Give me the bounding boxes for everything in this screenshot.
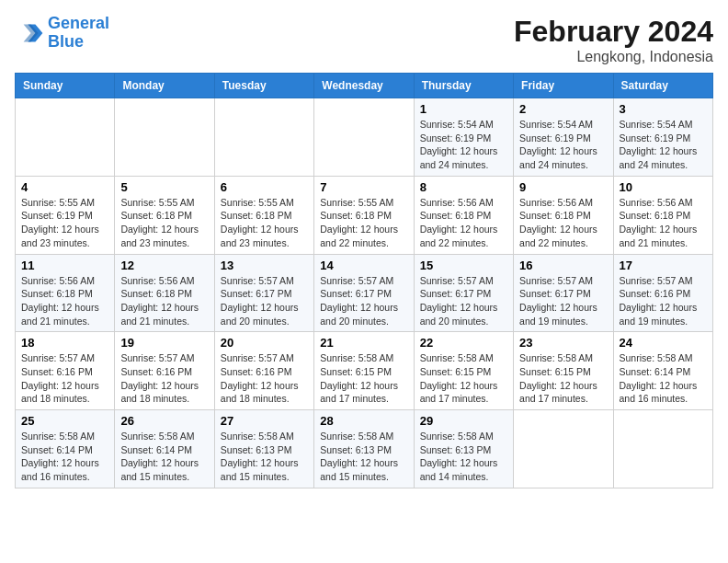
- calendar-cell: 12Sunrise: 5:56 AM Sunset: 6:18 PM Dayli…: [115, 254, 214, 332]
- day-info: Sunrise: 5:55 AM Sunset: 6:18 PM Dayligh…: [320, 196, 407, 250]
- day-number: 26: [120, 414, 208, 428]
- day-number: 14: [320, 259, 407, 272]
- calendar-cell: 28Sunrise: 5:58 AM Sunset: 6:13 PM Dayli…: [314, 410, 414, 488]
- day-number: 17: [620, 259, 707, 272]
- calendar-week-row: 11Sunrise: 5:56 AM Sunset: 6:18 PM Dayli…: [16, 254, 713, 332]
- calendar-cell: 4Sunrise: 5:55 AM Sunset: 6:19 PM Daylig…: [16, 176, 115, 254]
- day-info: Sunrise: 5:55 AM Sunset: 6:18 PM Dayligh…: [221, 196, 308, 250]
- calendar-cell: 6Sunrise: 5:55 AM Sunset: 6:18 PM Daylig…: [214, 176, 313, 254]
- day-number: 20: [221, 336, 308, 350]
- day-info: Sunrise: 5:58 AM Sunset: 6:13 PM Dayligh…: [320, 430, 407, 484]
- day-info: Sunrise: 5:57 AM Sunset: 6:17 PM Dayligh…: [519, 274, 607, 328]
- day-info: Sunrise: 5:56 AM Sunset: 6:18 PM Dayligh…: [120, 274, 208, 328]
- page-header: General Blue February 2024 Lengkong, Ind…: [15, 15, 713, 65]
- calendar-cell: 29Sunrise: 5:58 AM Sunset: 6:13 PM Dayli…: [414, 410, 513, 488]
- day-info: Sunrise: 5:57 AM Sunset: 6:17 PM Dayligh…: [221, 274, 308, 328]
- day-number: 22: [420, 336, 507, 350]
- day-number: 28: [320, 414, 407, 428]
- calendar-week-row: 4Sunrise: 5:55 AM Sunset: 6:19 PM Daylig…: [16, 176, 713, 254]
- calendar-cell: 11Sunrise: 5:56 AM Sunset: 6:18 PM Dayli…: [16, 254, 115, 332]
- calendar-cell: 17Sunrise: 5:57 AM Sunset: 6:16 PM Dayli…: [613, 254, 712, 332]
- calendar-cell: [314, 98, 414, 177]
- calendar-cell: [613, 410, 712, 488]
- calendar-cell: 15Sunrise: 5:57 AM Sunset: 6:17 PM Dayli…: [414, 254, 513, 332]
- day-number: 23: [519, 336, 607, 350]
- day-number: 11: [21, 259, 108, 272]
- weekday-header: Saturday: [613, 74, 712, 98]
- calendar-week-row: 18Sunrise: 5:57 AM Sunset: 6:16 PM Dayli…: [16, 332, 713, 410]
- calendar-cell: 13Sunrise: 5:57 AM Sunset: 6:17 PM Dayli…: [214, 254, 313, 332]
- day-info: Sunrise: 5:58 AM Sunset: 6:15 PM Dayligh…: [519, 351, 607, 406]
- calendar-cell: [214, 98, 313, 177]
- day-info: Sunrise: 5:58 AM Sunset: 6:15 PM Dayligh…: [420, 351, 507, 406]
- calendar-week-row: 25Sunrise: 5:58 AM Sunset: 6:14 PM Dayli…: [16, 410, 713, 488]
- weekday-header: Wednesday: [314, 74, 414, 98]
- day-info: Sunrise: 5:58 AM Sunset: 6:15 PM Dayligh…: [320, 351, 407, 406]
- calendar-cell: 25Sunrise: 5:58 AM Sunset: 6:14 PM Dayli…: [16, 410, 115, 488]
- calendar-cell: 5Sunrise: 5:55 AM Sunset: 6:18 PM Daylig…: [115, 176, 214, 254]
- day-number: 10: [620, 180, 707, 194]
- day-info: Sunrise: 5:58 AM Sunset: 6:13 PM Dayligh…: [221, 430, 308, 484]
- main-title: February 2024: [514, 15, 713, 49]
- calendar-cell: 8Sunrise: 5:56 AM Sunset: 6:18 PM Daylig…: [414, 176, 513, 254]
- day-info: Sunrise: 5:56 AM Sunset: 6:18 PM Dayligh…: [620, 196, 707, 250]
- logo-icon: [15, 18, 44, 48]
- day-number: 15: [420, 259, 507, 272]
- calendar-cell: 7Sunrise: 5:55 AM Sunset: 6:18 PM Daylig…: [314, 176, 414, 254]
- calendar-cell: 3Sunrise: 5:54 AM Sunset: 6:19 PM Daylig…: [613, 98, 712, 177]
- day-info: Sunrise: 5:55 AM Sunset: 6:19 PM Dayligh…: [21, 196, 108, 250]
- calendar-cell: 16Sunrise: 5:57 AM Sunset: 6:17 PM Dayli…: [514, 254, 613, 332]
- calendar-cell: 9Sunrise: 5:56 AM Sunset: 6:18 PM Daylig…: [514, 176, 613, 254]
- day-info: Sunrise: 5:57 AM Sunset: 6:16 PM Dayligh…: [21, 351, 108, 406]
- day-number: 3: [620, 102, 707, 116]
- calendar-cell: 27Sunrise: 5:58 AM Sunset: 6:13 PM Dayli…: [214, 410, 313, 488]
- calendar-cell: 14Sunrise: 5:57 AM Sunset: 6:17 PM Dayli…: [314, 254, 414, 332]
- weekday-header: Monday: [115, 74, 214, 98]
- calendar-table: SundayMondayTuesdayWednesdayThursdayFrid…: [15, 73, 713, 488]
- day-info: Sunrise: 5:56 AM Sunset: 6:18 PM Dayligh…: [519, 196, 607, 250]
- day-number: 4: [21, 180, 108, 194]
- day-info: Sunrise: 5:58 AM Sunset: 6:14 PM Dayligh…: [620, 351, 707, 406]
- title-block: February 2024 Lengkong, Indonesia: [514, 15, 713, 65]
- day-info: Sunrise: 5:58 AM Sunset: 6:13 PM Dayligh…: [420, 430, 507, 484]
- day-info: Sunrise: 5:57 AM Sunset: 6:16 PM Dayligh…: [620, 274, 707, 328]
- day-number: 5: [120, 180, 208, 194]
- day-info: Sunrise: 5:58 AM Sunset: 6:14 PM Dayligh…: [120, 430, 208, 484]
- day-number: 29: [420, 414, 507, 428]
- calendar-cell: 24Sunrise: 5:58 AM Sunset: 6:14 PM Dayli…: [613, 332, 712, 410]
- calendar-cell: [514, 410, 613, 488]
- day-number: 18: [21, 336, 108, 350]
- calendar-week-row: 1Sunrise: 5:54 AM Sunset: 6:19 PM Daylig…: [16, 98, 713, 177]
- calendar-cell: 10Sunrise: 5:56 AM Sunset: 6:18 PM Dayli…: [613, 176, 712, 254]
- day-info: Sunrise: 5:54 AM Sunset: 6:19 PM Dayligh…: [519, 118, 607, 172]
- day-info: Sunrise: 5:54 AM Sunset: 6:19 PM Dayligh…: [620, 118, 707, 172]
- day-number: 21: [320, 336, 407, 350]
- calendar-cell: 2Sunrise: 5:54 AM Sunset: 6:19 PM Daylig…: [514, 98, 613, 177]
- calendar-cell: 21Sunrise: 5:58 AM Sunset: 6:15 PM Dayli…: [314, 332, 414, 410]
- day-number: 7: [320, 180, 407, 194]
- subtitle: Lengkong, Indonesia: [514, 49, 713, 65]
- day-number: 12: [120, 259, 208, 272]
- day-number: 27: [221, 414, 308, 428]
- day-info: Sunrise: 5:54 AM Sunset: 6:19 PM Dayligh…: [420, 118, 507, 172]
- logo-text: General Blue: [48, 15, 109, 52]
- logo: General Blue: [15, 15, 109, 52]
- day-number: 2: [519, 102, 607, 116]
- day-info: Sunrise: 5:57 AM Sunset: 6:17 PM Dayligh…: [420, 274, 507, 328]
- calendar-cell: 1Sunrise: 5:54 AM Sunset: 6:19 PM Daylig…: [414, 98, 513, 177]
- calendar-cell: 19Sunrise: 5:57 AM Sunset: 6:16 PM Dayli…: [115, 332, 214, 410]
- calendar-cell: 23Sunrise: 5:58 AM Sunset: 6:15 PM Dayli…: [514, 332, 613, 410]
- weekday-header: Friday: [514, 74, 613, 98]
- day-info: Sunrise: 5:57 AM Sunset: 6:17 PM Dayligh…: [320, 274, 407, 328]
- day-number: 16: [519, 259, 607, 272]
- day-number: 13: [221, 259, 308, 272]
- calendar-cell: 22Sunrise: 5:58 AM Sunset: 6:15 PM Dayli…: [414, 332, 513, 410]
- weekday-header: Tuesday: [214, 74, 313, 98]
- weekday-header: Sunday: [16, 74, 115, 98]
- day-number: 24: [620, 336, 707, 350]
- day-info: Sunrise: 5:58 AM Sunset: 6:14 PM Dayligh…: [21, 430, 108, 484]
- calendar-cell: 26Sunrise: 5:58 AM Sunset: 6:14 PM Dayli…: [115, 410, 214, 488]
- day-info: Sunrise: 5:56 AM Sunset: 6:18 PM Dayligh…: [21, 274, 108, 328]
- day-number: 1: [420, 102, 507, 116]
- calendar-cell: [115, 98, 214, 177]
